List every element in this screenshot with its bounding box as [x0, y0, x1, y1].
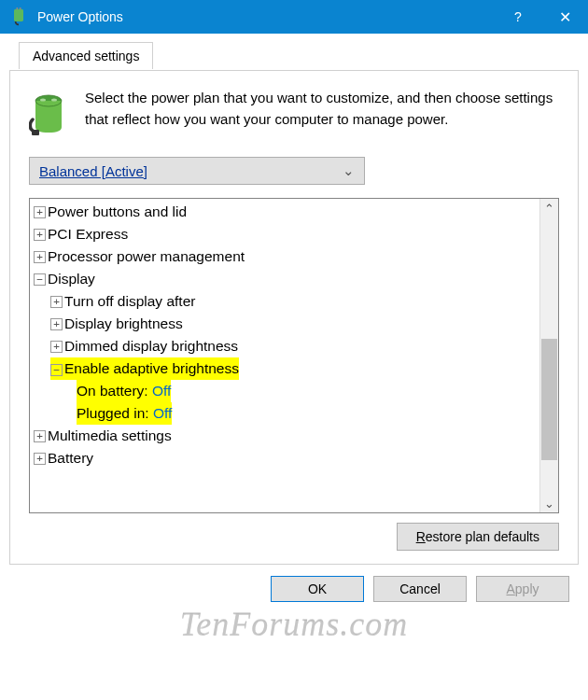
window-title: Power Options	[37, 9, 495, 24]
scroll-down-icon[interactable]: ⌄	[540, 494, 558, 512]
client-area: Advanced settings Select the power plan …	[0, 34, 588, 565]
expand-icon[interactable]: +	[34, 206, 46, 218]
collapse-icon[interactable]: −	[34, 273, 46, 286]
scroll-up-icon[interactable]: ⌃	[540, 199, 558, 217]
tree-node-power-buttons[interactable]: +Power buttons and lid	[30, 201, 539, 223]
apply-button: Apply	[476, 576, 569, 602]
titlebar: Power Options ? ✕	[0, 0, 588, 34]
cancel-button[interactable]: Cancel	[373, 576, 467, 602]
collapse-icon[interactable]: −	[50, 364, 63, 376]
tree-node-adaptive-brightness[interactable]: −Enable adaptive brightness	[30, 357, 539, 380]
tree-node-dimmed-brightness[interactable]: +Dimmed display brightness	[30, 335, 539, 357]
tree-leaf-plugged-in[interactable]: Plugged in: Off	[30, 402, 539, 425]
expand-icon[interactable]: +	[34, 251, 46, 263]
scroll-thumb[interactable]	[541, 339, 557, 460]
svg-point-6	[51, 98, 57, 101]
tree-node-turn-off-display[interactable]: +Turn off display after	[30, 290, 539, 313]
close-button[interactable]: ✕	[541, 0, 588, 34]
tree-node-display[interactable]: −Display	[30, 268, 539, 290]
expand-icon[interactable]: +	[34, 430, 46, 442]
expand-icon[interactable]: +	[50, 296, 63, 308]
plugged-in-value[interactable]: Off	[153, 405, 172, 421]
power-options-icon	[9, 7, 28, 26]
svg-rect-1	[17, 7, 19, 10]
expand-icon[interactable]: +	[50, 318, 63, 330]
ok-button[interactable]: OK	[271, 576, 364, 602]
expand-icon[interactable]: +	[50, 341, 63, 353]
battery-icon	[29, 91, 68, 136]
power-plan-selected: Balanced [Active]	[39, 163, 147, 179]
intro-text: Select the power plan that you want to c…	[85, 88, 559, 136]
restore-row: Restore plan defaults	[29, 523, 559, 551]
svg-rect-0	[14, 9, 23, 21]
tree-leaf-on-battery[interactable]: On battery: Off	[30, 380, 539, 402]
svg-point-5	[40, 98, 46, 101]
expand-icon[interactable]: +	[34, 453, 46, 465]
intro-row: Select the power plan that you want to c…	[29, 88, 559, 136]
svg-rect-7	[32, 130, 39, 135]
tab-advanced-settings[interactable]: Advanced settings	[19, 42, 153, 69]
help-button[interactable]: ?	[495, 0, 541, 34]
settings-tree[interactable]: +Power buttons and lid +PCI Express +Pro…	[30, 199, 539, 512]
tree-node-multimedia[interactable]: +Multimedia settings	[30, 425, 539, 447]
on-battery-value[interactable]: Off	[152, 383, 171, 399]
chevron-down-icon: ⌄	[343, 162, 355, 179]
svg-rect-2	[20, 7, 21, 10]
tab-content: Select the power plan that you want to c…	[9, 70, 579, 565]
power-plan-dropdown[interactable]: Balanced [Active] ⌄	[29, 157, 365, 185]
vertical-scrollbar[interactable]: ⌃ ⌄	[539, 199, 558, 512]
tab-strip: Advanced settings	[19, 41, 579, 71]
restore-defaults-button[interactable]: Restore plan defaults	[397, 523, 559, 551]
expand-icon[interactable]: +	[34, 229, 46, 241]
scroll-track[interactable]	[540, 217, 558, 494]
tree-node-display-brightness[interactable]: +Display brightness	[30, 313, 539, 335]
tree-node-processor[interactable]: +Processor power management	[30, 245, 539, 268]
tree-node-battery[interactable]: +Battery	[30, 447, 539, 469]
settings-tree-container: +Power buttons and lid +PCI Express +Pro…	[29, 198, 559, 513]
tree-node-pci-express[interactable]: +PCI Express	[30, 223, 539, 245]
dialog-button-row: OK Cancel Apply	[0, 565, 588, 613]
